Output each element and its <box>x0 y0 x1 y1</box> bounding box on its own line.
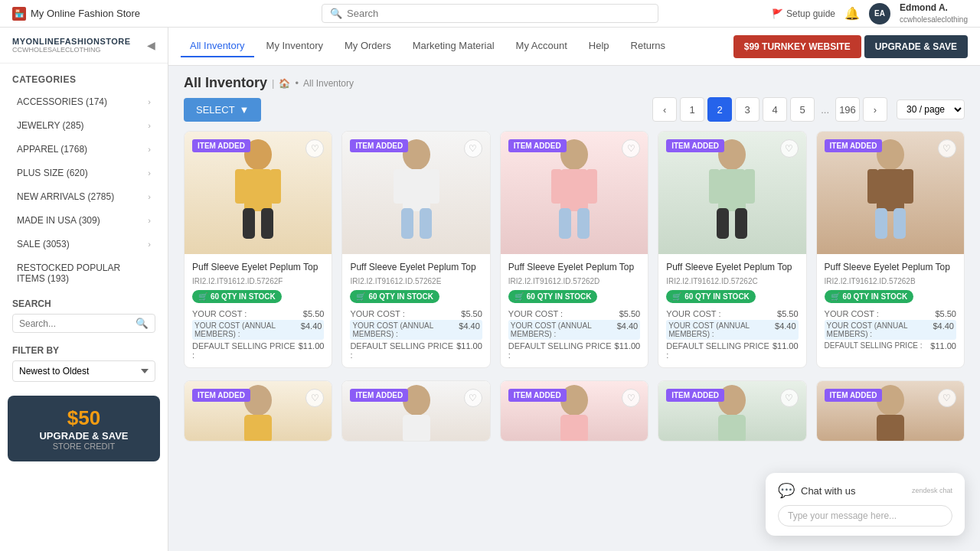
item-added-badge: ITEM ADDED <box>825 139 883 152</box>
store-logo: 🏪 My Online Fashion Store <box>12 7 140 21</box>
members-cost-row: YOUR COST (ANNUAL MEMBERS) : $4.40 <box>666 320 798 340</box>
sidebar-search-button[interactable]: 🔍 <box>136 318 149 329</box>
sidebar-item-sale[interactable]: SALE (3053) › <box>5 233 163 256</box>
sidebar-item-plus-size[interactable]: PLUS SIZE (620) › <box>5 161 163 184</box>
product-grid: ITEM ADDED ♡ Puff Sleeve Eyelet Peplum T… <box>168 131 980 383</box>
stock-badge: 🛒 60 QTY IN STOCK <box>666 290 756 303</box>
prev-page-button[interactable]: ‹ <box>652 97 677 122</box>
nav-item-my-orders[interactable]: My Orders <box>335 35 400 57</box>
nav-item-returns[interactable]: Returns <box>622 35 675 57</box>
item-added-badge: ITEM ADDED <box>192 389 250 402</box>
toolbar: SELECT ▼ ‹ 1 2 3 4 5 ... 196 › 30 / page… <box>168 97 980 131</box>
top-bar: 🏪 My Online Fashion Store 🔍 🚩 Setup guid… <box>0 0 980 28</box>
chat-input-bar: Type your message here... <box>778 505 952 527</box>
page-3-button[interactable]: 3 <box>735 97 760 122</box>
next-page-button[interactable]: › <box>863 97 887 122</box>
svg-rect-9 <box>429 169 439 204</box>
sell-price-row: DEFAULT SELLING PRICE : $11.00 <box>508 341 640 360</box>
page-last-button[interactable]: 196 <box>835 97 860 122</box>
sidebar-logo: MYONLINEFASHIONSTORE CCWHOLESALECLOTHING… <box>0 28 168 64</box>
wishlist-button[interactable]: ♡ <box>464 389 482 407</box>
svg-rect-39 <box>877 415 904 442</box>
sidebar-search-wrapper: 🔍 <box>12 314 155 333</box>
sidebar-item-new-arrivals[interactable]: NEW ARRIVALS (2785) › <box>5 185 163 208</box>
svg-rect-11 <box>420 208 432 239</box>
flag-icon: 🚩 <box>772 8 783 19</box>
sidebar-item-restocked[interactable]: RESTOCKED POPULAR ITEMS (193) <box>5 256 163 290</box>
svg-rect-33 <box>403 415 430 442</box>
sidebar-collapse-button[interactable]: ◀ <box>147 39 155 51</box>
dropdown-icon: ▼ <box>240 104 250 116</box>
chevron-right-icon: › <box>148 192 151 201</box>
upgrade-amount: $50 <box>18 406 149 430</box>
wishlist-button[interactable]: ♡ <box>305 389 324 407</box>
item-added-badge: ITEM ADDED <box>508 389 567 402</box>
sidebar-item-jewelry[interactable]: JEWELRY (285) › <box>5 114 163 137</box>
filter-select[interactable]: Newest to Oldest Oldest to Newest Price … <box>12 360 155 382</box>
cost-row: YOUR COST : $5.50 <box>666 309 798 318</box>
sell-price-row: DEFAULT SELLING PRICE : $11.00 <box>666 341 798 360</box>
svg-rect-27 <box>903 169 913 204</box>
product-card-r2: ITEM ADDED ♡ <box>500 380 648 442</box>
nav-item-marketing-material[interactable]: Marketing Material <box>403 35 504 57</box>
filter-section: FILTER BY Newest to Oldest Oldest to New… <box>0 337 168 386</box>
chat-widget[interactable]: 💬 Chat with us zendesk chat Type your me… <box>766 473 965 536</box>
per-page-select[interactable]: 30 / page 60 / page 90 / page <box>897 99 965 119</box>
notification-bell-icon[interactable]: 🔔 <box>844 6 860 21</box>
search-input[interactable] <box>347 8 650 19</box>
svg-rect-2 <box>235 169 246 204</box>
wishlist-button[interactable]: ♡ <box>622 139 640 158</box>
product-card-r2: ITEM ADDED ♡ <box>341 380 490 442</box>
wishlist-button[interactable]: ♡ <box>622 389 640 407</box>
item-added-badge: ITEM ADDED <box>192 139 250 152</box>
page-4-button[interactable]: 4 <box>763 97 787 122</box>
sidebar-logo-img: MYONLINEFASHIONSTORE CCWHOLESALECLOTHING <box>12 37 131 54</box>
nav-item-all-inventory[interactable]: All Inventory <box>181 35 254 57</box>
upgrade-text: UPGRADE & SAVE <box>18 430 149 442</box>
sidebar-item-made-in-usa[interactable]: MADE IN USA (309) › <box>5 209 163 232</box>
sidebar: MYONLINEFASHIONSTORE CCWHOLESALECLOTHING… <box>0 28 168 551</box>
wishlist-button[interactable]: ♡ <box>780 139 799 158</box>
upgrade-save-button[interactable]: UPGRADE & SAVE <box>864 35 968 58</box>
product-card-r2: ITEM ADDED ♡ <box>816 380 965 442</box>
search-bar[interactable]: 🔍 <box>322 4 658 23</box>
sidebar-item-apparel[interactable]: APPAREL (1768) › <box>5 138 163 161</box>
svg-rect-16 <box>559 208 571 239</box>
item-added-badge: ITEM ADDED <box>666 139 724 152</box>
cart-icon: 🛒 <box>672 292 681 301</box>
wishlist-button[interactable]: ♡ <box>938 139 956 158</box>
page-5-button[interactable]: 5 <box>790 97 815 122</box>
cost-row: YOUR COST : $5.50 <box>508 309 640 318</box>
cart-icon: 🛒 <box>514 292 524 301</box>
cart-icon: 🛒 <box>198 292 207 301</box>
nav-item-my-account[interactable]: My Account <box>507 35 577 57</box>
svg-rect-31 <box>244 415 272 442</box>
upgrade-banner[interactable]: $50 UPGRADE & SAVE STORE CREDIT <box>8 396 160 461</box>
svg-rect-29 <box>893 208 906 239</box>
wishlist-button[interactable]: ♡ <box>464 139 482 158</box>
svg-rect-17 <box>577 208 590 239</box>
turnkey-website-button[interactable]: $99 TURNKEY WEBSITE <box>733 35 861 58</box>
svg-rect-7 <box>403 169 430 211</box>
item-added-badge: ITEM ADDED <box>350 139 408 152</box>
sidebar-item-accessories[interactable]: ACCESSORIES (174) › <box>5 90 163 113</box>
wishlist-button[interactable]: ♡ <box>780 389 799 407</box>
cost-row: YOUR COST : $5.50 <box>192 309 324 318</box>
cart-icon: 🛒 <box>831 292 840 301</box>
upgrade-sub: STORE CREDIT <box>18 442 149 451</box>
sell-price-row: DEFAULT SELLING PRICE : $11.00 <box>350 341 482 360</box>
svg-rect-28 <box>875 208 887 239</box>
page-1-button[interactable]: 1 <box>680 97 704 122</box>
nav-item-my-inventory[interactable]: My Inventory <box>257 35 332 57</box>
chevron-right-icon: › <box>148 216 151 225</box>
nav-item-help[interactable]: Help <box>580 35 619 57</box>
svg-rect-4 <box>243 208 255 239</box>
page-2-button[interactable]: 2 <box>707 97 732 122</box>
members-cost-row: YOUR COST (ANNUAL MEMBERS) : $4.40 <box>192 320 324 340</box>
user-info: Edmond A. ccwholesaleclothing <box>900 2 968 24</box>
svg-rect-22 <box>717 208 729 239</box>
wishlist-button[interactable]: ♡ <box>938 389 956 407</box>
sidebar-search-input[interactable] <box>19 318 136 329</box>
select-button[interactable]: SELECT ▼ <box>184 98 261 122</box>
setup-guide-link[interactable]: 🚩 Setup guide <box>772 8 835 19</box>
